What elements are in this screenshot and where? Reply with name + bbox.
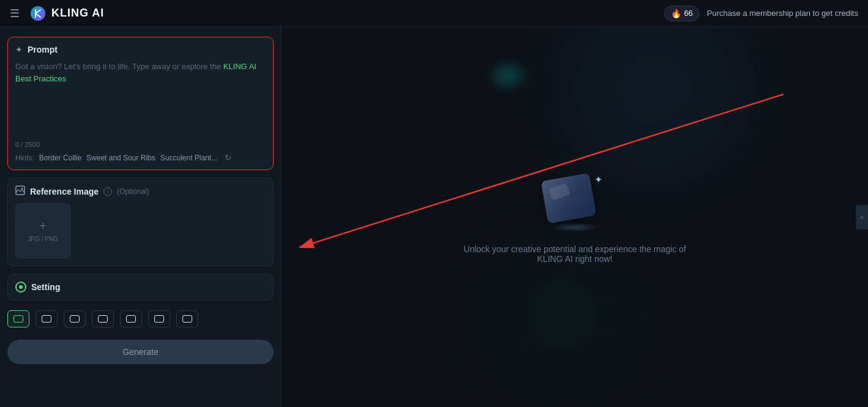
toolbar-btn-1-inner (13, 315, 23, 323)
toolbar-btn-6[interactable] (148, 310, 170, 327)
reference-image-section: Reference Image i (Optional) + JPG / PNG (7, 177, 274, 266)
menu-icon[interactable]: ☰ (10, 7, 20, 20)
reference-image-title: Reference Image (30, 187, 99, 196)
prompt-icon: ✦ (15, 45, 23, 54)
content-area: ✦ Unlock your creative potential and exp… (282, 27, 868, 407)
upload-box[interactable]: + JPG / PNG (15, 203, 70, 258)
toolbar-btn-6-inner (154, 315, 164, 323)
prompt-textarea[interactable] (15, 84, 266, 133)
credits-value: 66 (684, 9, 692, 18)
toolbar-btn-3-inner (70, 315, 80, 323)
flame-icon: 🔥 (671, 9, 681, 18)
gem-shine (548, 182, 570, 200)
toolbar-btn-7-inner (182, 315, 192, 323)
header-bubble (490, 64, 526, 88)
svg-point-2 (21, 188, 23, 190)
toolbar-btn-5-inner (126, 315, 136, 323)
unlock-text: Unlock your creative potential and exper… (452, 244, 697, 264)
hint-sweet-sour-ribs[interactable]: Sweet and Sour Ribs (86, 154, 155, 162)
setting-section: Setting (7, 274, 274, 301)
prompt-placeholder-text: Got a vision? Let's bring it to life. Ty… (15, 61, 266, 84)
purchase-text[interactable]: Purchase a membership plan to get credit… (707, 9, 858, 18)
toolbar-btn-3[interactable] (64, 310, 86, 327)
setting-header: Setting (15, 282, 266, 293)
bg-orb-2 (501, 254, 623, 376)
optional-text: (Optional) (117, 187, 149, 196)
gem-shadow (550, 223, 599, 232)
bg-orb-1 (562, 27, 746, 180)
setting-title: Setting (31, 282, 60, 292)
header-right: 🔥 66 Purchase a membership plan to get c… (664, 6, 858, 21)
hint-border-collie[interactable]: Border Collie (39, 154, 81, 162)
toolbar-btn-7[interactable] (176, 310, 198, 327)
toolbar-btn-2[interactable] (36, 310, 58, 327)
setting-circle-icon (15, 282, 26, 293)
collapse-button[interactable]: « (856, 205, 868, 230)
kling-logo-icon (29, 5, 47, 22)
hints-refresh-icon[interactable]: ↻ (225, 153, 231, 162)
logo: KLING AI (29, 5, 104, 22)
reference-image-icon (15, 185, 25, 197)
svg-point-0 (31, 6, 45, 21)
toolbar-btn-1[interactable] (7, 310, 29, 327)
credits-badge[interactable]: 🔥 66 (664, 6, 699, 21)
reference-image-header: Reference Image i (Optional) (15, 185, 266, 197)
hints-label: Hints: (15, 154, 34, 162)
toolbar-btn-2-inner (42, 315, 51, 323)
center-content: ✦ Unlock your creative potential and exp… (452, 171, 697, 264)
upload-plus-icon: + (39, 219, 47, 233)
prompt-section: ✦ Prompt Got a vision? Let's bring it to… (7, 37, 274, 170)
info-icon[interactable]: i (103, 187, 112, 196)
gem-shape (541, 173, 597, 223)
gem-container: ✦ (538, 171, 612, 232)
main-layout: ✦ Prompt Got a vision? Let's bring it to… (0, 27, 868, 407)
gem-sparkle-icon: ✦ (594, 174, 602, 185)
upload-format-text: JPG / PNG (28, 236, 58, 242)
svg-rect-1 (16, 186, 24, 195)
generate-button[interactable]: Generate (7, 340, 274, 364)
toolbar-btn-4[interactable] (92, 310, 114, 327)
prompt-title: Prompt (28, 45, 58, 54)
header-left: ☰ KLING AI (10, 5, 104, 22)
prompt-counter: 0 / 2500 (15, 141, 266, 148)
toolbar-btn-4-inner (98, 315, 108, 323)
logo-text: KLING AI (51, 7, 104, 20)
hints-row: Hints: Border Collie Sweet and Sour Ribs… (15, 153, 266, 162)
hint-succulent-plant[interactable]: Succulent Plant... (160, 154, 217, 162)
sidebar: ✦ Prompt Got a vision? Let's bring it to… (0, 27, 282, 407)
toolbar-row (7, 308, 274, 330)
header: ☰ KLING AI 🔥 66 Purchase a membership pl (0, 0, 868, 27)
prompt-section-header: ✦ Prompt (15, 45, 266, 54)
toolbar-btn-5[interactable] (120, 310, 142, 327)
